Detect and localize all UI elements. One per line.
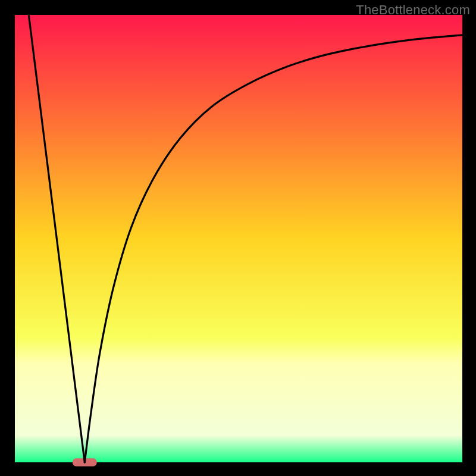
plot-background xyxy=(15,15,462,462)
chart-container: TheBottleneck.com xyxy=(0,0,476,476)
watermark-text: TheBottleneck.com xyxy=(356,2,470,18)
chart-svg xyxy=(0,0,476,476)
